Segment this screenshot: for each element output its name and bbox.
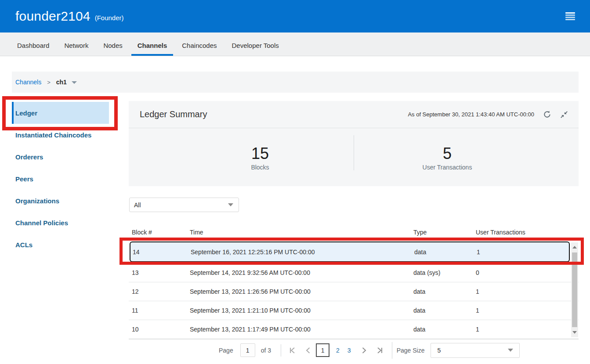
cell-user-transactions: 0 bbox=[476, 269, 573, 276]
cell-time: September 13, 2021 1:26:56 PM UTC-00:00 bbox=[190, 288, 413, 295]
pagination-bar: Page of 3 1 2 3 bbox=[129, 339, 579, 361]
user-transactions-count: 5 bbox=[443, 145, 452, 162]
cell-time: September 13, 2021 1:21:10 PM UTC-00:00 bbox=[190, 307, 413, 314]
column-header-block[interactable]: Block # bbox=[132, 229, 190, 236]
app-title: founder2104 bbox=[15, 9, 90, 24]
sidebar-item-acls[interactable]: ACLs bbox=[12, 234, 109, 256]
caret-down-icon bbox=[228, 203, 233, 206]
as-of-timestamp: As of September 30, 2021 1:43:40 AM UTC-… bbox=[408, 111, 534, 118]
stat-blocks: 15 Blocks bbox=[167, 128, 354, 186]
cell-block: 14 bbox=[133, 249, 191, 256]
page-size-value: 5 bbox=[437, 347, 441, 354]
app-subtitle: (Founder) bbox=[95, 14, 124, 22]
cell-type: data bbox=[413, 288, 476, 295]
table-header-row: Block # Time Type User Transactions bbox=[129, 225, 579, 239]
next-page-icon[interactable] bbox=[362, 347, 366, 353]
refresh-icon[interactable] bbox=[543, 110, 551, 119]
current-page-button[interactable]: 1 bbox=[316, 343, 329, 357]
cell-block: 13 bbox=[132, 269, 190, 276]
breadcrumb-separator: > bbox=[47, 79, 51, 86]
scroll-down-icon[interactable] bbox=[572, 331, 577, 334]
cell-user-transactions: 1 bbox=[477, 249, 574, 256]
tab-dashboard[interactable]: Dashboard bbox=[11, 32, 55, 56]
page-number-input[interactable] bbox=[240, 343, 255, 357]
cell-time: September 14, 2021 9:32:56 AM UTC-00:00 bbox=[190, 269, 413, 276]
table-row-block-13[interactable]: 13 September 14, 2021 9:32:56 AM UTC-00:… bbox=[129, 263, 579, 282]
page-label: Page bbox=[219, 347, 233, 354]
tab-chaincodes[interactable]: Chaincodes bbox=[176, 32, 223, 56]
app-window: founder2104 (Founder) Dashboard Network … bbox=[0, 0, 590, 364]
sidebar-item-orderers[interactable]: Orderers bbox=[12, 146, 109, 168]
column-header-type[interactable]: Type bbox=[413, 229, 476, 236]
breadcrumb-current-channel: ch1 bbox=[56, 79, 67, 86]
cell-user-transactions: 1 bbox=[476, 288, 573, 295]
table-row-block-11[interactable]: 11 September 13, 2021 1:21:10 PM UTC-00:… bbox=[129, 301, 579, 320]
cell-time: September 13, 2021 1:17:49 PM UTC-00:00 bbox=[190, 326, 413, 333]
sidebar-item-organizations[interactable]: Organizations bbox=[12, 190, 109, 212]
table-row-block-12[interactable]: 12 September 13, 2021 1:26:56 PM UTC-00:… bbox=[129, 282, 579, 301]
ledger-summary-panel: Ledger Summary As of September 30, 2021 … bbox=[129, 101, 579, 186]
caret-down-icon bbox=[508, 349, 513, 352]
table-row-block-14[interactable]: 14 September 16, 2021 12:25:16 PM UTC-00… bbox=[130, 241, 570, 262]
pagination-divider bbox=[392, 342, 392, 359]
cell-user-transactions: 1 bbox=[476, 307, 573, 314]
app-header: founder2104 (Founder) bbox=[0, 0, 590, 32]
hamburger-menu-icon[interactable] bbox=[565, 12, 575, 20]
stats-divider bbox=[354, 135, 354, 170]
tab-developer-tools[interactable]: Developer Tools bbox=[226, 32, 285, 56]
scroll-up-icon[interactable] bbox=[572, 246, 577, 249]
channel-sidebar: Ledger Instantiated Chaincodes Orderers … bbox=[12, 102, 109, 256]
tab-network[interactable]: Network bbox=[58, 32, 94, 56]
main-content: Ledger Summary As of September 30, 2021 … bbox=[129, 101, 579, 364]
table-row-block-10[interactable]: 10 September 13, 2021 1:17:49 PM UTC-00:… bbox=[129, 320, 579, 339]
previous-page-icon[interactable] bbox=[306, 347, 310, 353]
pagination-divider bbox=[281, 344, 281, 357]
page-of-label: of 3 bbox=[261, 347, 271, 354]
panel-title: Ledger Summary bbox=[140, 109, 207, 119]
sidebar-item-channel-policies[interactable]: Channel Policies bbox=[12, 212, 109, 234]
ledger-summary-header: Ledger Summary As of September 30, 2021 … bbox=[129, 101, 579, 128]
channel-dropdown-caret-icon[interactable] bbox=[72, 81, 77, 84]
cell-type: data bbox=[414, 249, 477, 256]
table-scrollbar[interactable] bbox=[571, 242, 578, 337]
block-type-filter-select[interactable]: All bbox=[129, 198, 239, 212]
cell-block: 11 bbox=[132, 307, 190, 314]
cell-type: data bbox=[413, 326, 476, 333]
column-header-user-transactions[interactable]: User Transactions bbox=[476, 229, 573, 236]
page-2-link[interactable]: 2 bbox=[336, 347, 340, 354]
scrollbar-thumb[interactable] bbox=[572, 252, 577, 327]
breadcrumb-channels-link[interactable]: Channels bbox=[15, 79, 41, 86]
stat-user-transactions: 5 User Transactions bbox=[354, 128, 541, 186]
cell-time: September 16, 2021 12:25:16 PM UTC-00:00 bbox=[191, 249, 414, 256]
page-size-label: Page Size bbox=[397, 347, 425, 354]
tab-nodes[interactable]: Nodes bbox=[97, 32, 128, 56]
table-body: 14 September 16, 2021 12:25:16 PM UTC-00… bbox=[129, 241, 579, 339]
last-page-icon[interactable] bbox=[377, 347, 383, 353]
blocks-table: Block # Time Type User Transactions 14 S… bbox=[129, 225, 579, 339]
ledger-summary-stats: 15 Blocks 5 User Transactions bbox=[129, 128, 579, 186]
blocks-label: Blocks bbox=[251, 164, 269, 171]
sidebar-item-instantiated-chaincodes[interactable]: Instantiated Chaincodes bbox=[12, 124, 109, 146]
first-page-icon[interactable] bbox=[289, 347, 295, 353]
main-nav-tabs: Dashboard Network Nodes Channels Chainco… bbox=[0, 32, 590, 56]
column-header-time[interactable]: Time bbox=[190, 229, 413, 236]
cell-block: 10 bbox=[132, 326, 190, 333]
sidebar-item-peers[interactable]: Peers bbox=[12, 168, 109, 190]
page-3-link[interactable]: 3 bbox=[347, 347, 351, 354]
cell-type: data (sys) bbox=[413, 269, 476, 276]
filter-selected-value: All bbox=[134, 202, 141, 209]
tab-channels[interactable]: Channels bbox=[131, 32, 174, 56]
blocks-count: 15 bbox=[251, 145, 269, 162]
breadcrumb: Channels > ch1 bbox=[12, 72, 579, 93]
cell-block: 12 bbox=[132, 288, 190, 295]
sidebar-item-ledger[interactable]: Ledger bbox=[12, 102, 109, 124]
collapse-icon[interactable] bbox=[560, 111, 568, 119]
cell-type: data bbox=[413, 307, 476, 314]
cell-user-transactions: 1 bbox=[476, 326, 573, 333]
page-size-select[interactable]: 5 bbox=[431, 343, 520, 358]
user-transactions-label: User Transactions bbox=[423, 164, 472, 171]
